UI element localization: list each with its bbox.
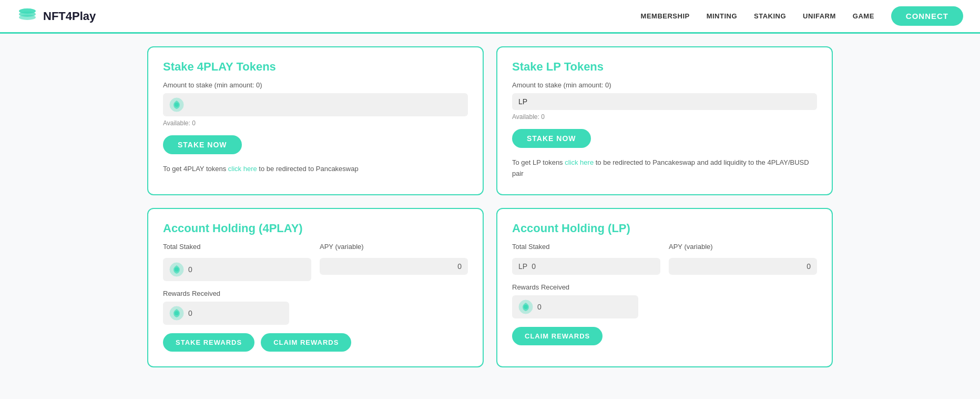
svg-point-10 [524, 305, 528, 309]
account-lp-stats: Total Staked LP 0 APY (variable) 0 [512, 243, 817, 278]
svg-point-2 [19, 15, 36, 20]
header: NFT4Play MEMBERSHIP MINTING STAKING UNIF… [0, 0, 980, 34]
stake-lp-link[interactable]: click here [565, 158, 594, 166]
nav-minting[interactable]: MINTING [707, 12, 737, 20]
nav-game[interactable]: GAME [853, 12, 874, 20]
account-4play-title: Account Holding (4PLAY) [163, 222, 468, 235]
account-lp-buttons: CLAIM REWARDS [512, 327, 817, 345]
stake-lp-input-row [512, 93, 817, 110]
apy-value: 0 [457, 262, 462, 271]
stake-4play-title: Stake 4PLAY Tokens [163, 60, 468, 74]
lp-rewards-row: 0 [512, 295, 638, 318]
rewards-label: Rewards Received [163, 290, 468, 297]
stake-4play-amount-label: Amount to stake (min amount: 0) [163, 81, 468, 89]
logo-text: NFT4Play [43, 9, 96, 23]
logo-area: NFT4Play [17, 6, 96, 27]
stake-rewards-button[interactable]: STAKE REWARDS [163, 333, 254, 352]
connect-button[interactable]: CONNECT [891, 6, 963, 26]
nav-links: MEMBERSHIP MINTING STAKING UNIFARM GAME … [641, 6, 963, 26]
logo-icon [17, 6, 38, 27]
stake-4play-available: Available: 0 [163, 119, 468, 127]
lp-rewards-section: Rewards Received 0 [512, 283, 817, 318]
stake-lp-available: Available: 0 [512, 113, 817, 121]
total-staked-value: 0 [188, 265, 192, 274]
apy-label: APY (variable) [320, 243, 468, 251]
nav-staking[interactable]: STAKING [754, 12, 786, 20]
stake-4play-link[interactable]: click here [228, 165, 257, 173]
account-4play-stats: Total Staked 0 APY (variable) 0 [163, 243, 468, 284]
lp-total-staked-row: LP 0 [512, 258, 660, 275]
4play-rewards-icon [169, 306, 184, 321]
svg-point-6 [175, 267, 179, 272]
lp-apy-row: 0 [669, 258, 817, 275]
lp-total-staked-label: Total Staked [512, 243, 660, 251]
lp-apy-label: APY (variable) [669, 243, 817, 251]
stake-4play-card: Stake 4PLAY Tokens Amount to stake (min … [147, 46, 484, 195]
lp-rewards-icon [518, 300, 533, 314]
claim-rewards-button[interactable]: CLAIM REWARDS [261, 333, 351, 352]
stake-lp-title: Stake LP Tokens [512, 60, 817, 74]
lp-prefix: LP [518, 262, 527, 271]
lp-apy-block: APY (variable) 0 [669, 243, 817, 278]
stake-lp-amount-label: Amount to stake (min amount: 0) [512, 81, 817, 89]
rewards-section: Rewards Received 0 [163, 290, 468, 325]
stake-4play-button[interactable]: STAKE NOW [163, 135, 242, 154]
stake-lp-button[interactable]: STAKE NOW [512, 129, 591, 148]
total-staked-block: Total Staked 0 [163, 243, 311, 284]
account-lp-card: Account Holding (LP) Total Staked LP 0 A… [496, 208, 833, 367]
lp-apy-value: 0 [807, 262, 811, 271]
total-staked-label: Total Staked [163, 243, 311, 251]
stake-lp-redirect: To get LP tokens click here to be redire… [512, 157, 817, 179]
apy-row: 0 [320, 258, 468, 275]
apy-block: APY (variable) 0 [320, 243, 468, 284]
lp-rewards-label: Rewards Received [512, 283, 817, 291]
svg-point-8 [175, 311, 179, 315]
stake-lp-input[interactable] [518, 97, 811, 106]
svg-point-4 [175, 103, 179, 107]
total-staked-row: 0 [163, 258, 311, 281]
lp-total-staked-value: 0 [532, 262, 536, 271]
account-4play-buttons: STAKE REWARDS CLAIM REWARDS [163, 333, 468, 352]
stake-4play-redirect: To get 4PLAY tokens click here to be red… [163, 164, 468, 175]
stake-lp-card: Stake LP Tokens Amount to stake (min amo… [496, 46, 833, 195]
account-lp-title: Account Holding (LP) [512, 222, 817, 235]
nav-membership[interactable]: MEMBERSHIP [641, 12, 690, 20]
stake-4play-input[interactable] [188, 101, 462, 109]
4play-token-icon [169, 97, 184, 112]
rewards-row: 0 [163, 302, 289, 325]
account-4play-card: Account Holding (4PLAY) Total Staked 0 A… [147, 208, 484, 367]
rewards-value: 0 [188, 309, 192, 317]
4play-staked-icon [169, 262, 184, 277]
main-content: Stake 4PLAY Tokens Amount to stake (min … [0, 34, 980, 380]
nav-unifarm[interactable]: UNIFARM [803, 12, 836, 20]
stake-4play-input-row [163, 93, 468, 116]
lp-total-staked-block: Total Staked LP 0 [512, 243, 660, 278]
lp-rewards-value: 0 [537, 303, 542, 311]
lp-claim-rewards-button[interactable]: CLAIM REWARDS [512, 327, 603, 345]
